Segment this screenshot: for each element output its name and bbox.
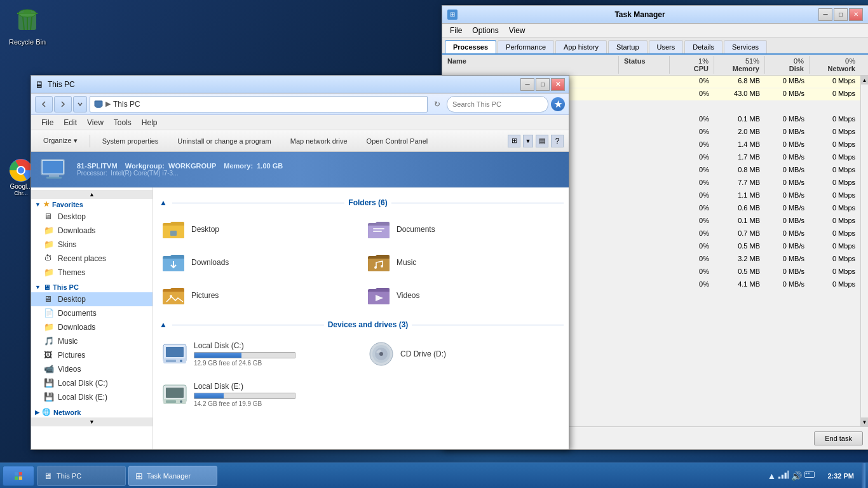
task-manager-maximize-btn[interactable]: □ xyxy=(834,8,848,21)
favorites-star: ★ xyxy=(43,200,50,208)
menu-edit[interactable]: Edit xyxy=(58,117,82,128)
music-icon: 🎵 xyxy=(44,336,54,346)
explorer-close-btn[interactable]: ✕ xyxy=(551,78,565,91)
sidebar-item-music[interactable]: 🎵 Music xyxy=(31,334,153,348)
computer-info-banner: 81-SPLITVM Workgroup: WORKGROUP Memory: … xyxy=(31,152,569,187)
tab-details[interactable]: Details xyxy=(684,40,722,53)
drives-collapse-btn[interactable]: ▲ xyxy=(158,320,168,330)
nav-back-btn[interactable] xyxy=(35,96,53,112)
organize-btn[interactable]: Organize ▾ xyxy=(36,134,85,147)
sidebar-item-downloads[interactable]: 📁 Downloads xyxy=(31,224,153,238)
menu-help[interactable]: Help xyxy=(137,117,163,128)
help-toolbar-btn[interactable]: ? xyxy=(551,135,564,147)
svg-rect-25 xyxy=(166,360,176,362)
taskbar-item-explorer[interactable]: 🖥 This PC xyxy=(37,466,126,486)
tab-users[interactable]: Users xyxy=(649,40,684,53)
sidebar-item-skins[interactable]: 📁 Skins xyxy=(31,238,153,252)
refresh-btn[interactable]: ↻ xyxy=(430,97,444,111)
sidebar-item-local-e[interactable]: 💾 Local Disk (E:) xyxy=(31,390,153,404)
tab-services[interactable]: Services xyxy=(724,40,767,53)
view-dropdown-btn[interactable]: ▼ xyxy=(523,135,533,147)
task-manager-close-btn[interactable]: ✕ xyxy=(849,8,863,21)
tm-cell-cpu: 0% xyxy=(670,254,714,266)
sidebar-scroll-up[interactable]: ▲ xyxy=(31,190,153,199)
task-manager-minimize-btn[interactable]: ─ xyxy=(818,8,832,21)
nav-buttons xyxy=(35,96,87,112)
sidebar-item-videos[interactable]: 📹 Videos xyxy=(31,362,153,376)
folders-collapse-btn[interactable]: ▲ xyxy=(158,198,168,208)
recycle-bin-icon[interactable]: Recycle Bin xyxy=(5,5,50,46)
sidebar-thispc-header[interactable]: ▼ 🖥 This PC xyxy=(31,282,153,292)
sidebar-item-themes[interactable]: 📁 Themes xyxy=(31,266,153,280)
folder-item-documents[interactable]: Documents xyxy=(363,215,564,243)
sidebar-item-recent[interactable]: ⏱ Recent places xyxy=(31,252,153,266)
folders-section-header: ▲ Folders (6) xyxy=(158,198,564,208)
scroll-down-btn[interactable]: ▼ xyxy=(861,417,868,426)
sidebar-item-thispc-downloads[interactable]: 📁 Downloads xyxy=(31,320,153,334)
tm-cell-disk: 0 MB/s xyxy=(765,88,810,100)
recycle-bin-label: Recycle Bin xyxy=(5,38,50,46)
folder-item-music[interactable]: Music xyxy=(363,248,564,276)
map-network-btn[interactable]: Map network drive xyxy=(283,135,355,147)
explorer-minimize-btn[interactable]: ─ xyxy=(520,78,534,91)
folder-item-downloads[interactable]: Downloads xyxy=(158,248,358,276)
sidebar-item-documents[interactable]: 📄 Documents xyxy=(31,306,153,320)
show-desktop-btn[interactable] xyxy=(862,463,865,489)
tm-cell-mem: 43.0 MB xyxy=(714,88,765,100)
end-task-button[interactable]: End task xyxy=(814,431,863,445)
svg-rect-7 xyxy=(95,100,102,106)
nav-dropdown-btn[interactable] xyxy=(73,96,87,112)
view-toggle-btn[interactable]: ⊞ xyxy=(508,135,520,147)
tm-scrollbar[interactable]: ▲ ▼ xyxy=(860,76,868,426)
tab-processes[interactable]: Processes xyxy=(445,40,496,53)
tm-menu-options[interactable]: Options xyxy=(467,25,503,36)
layout-btn[interactable]: ▤ xyxy=(536,135,548,147)
folder-item-pictures[interactable]: Pictures xyxy=(158,281,358,309)
folder-item-desktop[interactable]: Desktop xyxy=(158,215,358,243)
taskbar-item-taskmgr[interactable]: ⊞ Task Manager xyxy=(128,466,217,486)
task-manager-tabs: Processes Performance App history Startu… xyxy=(442,37,868,55)
sidebar-item-desktop[interactable]: 🖥 Desktop xyxy=(31,210,153,224)
address-bar[interactable]: ▶ This PC xyxy=(90,96,428,112)
explorer-maximize-btn[interactable]: □ xyxy=(536,78,550,91)
drive-item-c[interactable]: Local Disk (C:) 12.9 GB free of 24.6 GB xyxy=(158,337,357,370)
drive-e-icon xyxy=(161,381,189,409)
search-input[interactable] xyxy=(447,96,548,112)
tab-app-history[interactable]: App history xyxy=(555,40,607,53)
help-btn[interactable]: ★ xyxy=(551,97,565,111)
sidebar-favorites-header[interactable]: ▼ ★ Favorites xyxy=(31,199,153,210)
sidebar-item-thispc-desktop[interactable]: 🖥 Desktop xyxy=(31,292,153,306)
system-properties-btn[interactable]: System properties xyxy=(95,135,166,147)
drive-item-cd[interactable]: CD Drive (D:) xyxy=(365,337,564,370)
uninstall-btn[interactable]: Uninstall or change a program xyxy=(170,135,278,147)
folder-item-videos[interactable]: Videos xyxy=(363,281,564,309)
tm-cell-disk: 0 MB/s xyxy=(765,114,810,126)
sidebar-network-header[interactable]: ▶ 🌐 Network xyxy=(31,407,153,417)
tm-cell-cpu: 0% xyxy=(670,88,714,100)
svg-rect-40 xyxy=(778,477,780,478)
sidebar-scroll-down[interactable]: ▼ xyxy=(31,417,153,426)
sidebar-item-local-c[interactable]: 💾 Local Disk (C:) xyxy=(31,376,153,390)
tm-menu-file[interactable]: File xyxy=(445,25,467,36)
menu-tools[interactable]: Tools xyxy=(109,117,137,128)
taskbar-taskmgr-label: Task Manager xyxy=(147,472,191,480)
tm-cell-status xyxy=(619,203,670,215)
menu-view[interactable]: View xyxy=(82,117,109,128)
tab-startup[interactable]: Startup xyxy=(608,40,647,53)
col-status-header: Status xyxy=(619,56,670,74)
scroll-up-btn[interactable]: ▲ xyxy=(861,76,868,85)
tm-cell-cpu: 0% xyxy=(670,139,714,151)
control-panel-btn[interactable]: Open Control Panel xyxy=(360,135,435,147)
clock[interactable]: 2:32 PM xyxy=(822,472,859,480)
drive-item-e[interactable]: Local Disk (E:) 14.2 GB free of 19.9 GB xyxy=(158,378,357,411)
sidebar-item-pictures[interactable]: 🖼 Pictures xyxy=(31,348,153,362)
tm-menu-view[interactable]: View xyxy=(504,25,531,36)
nav-forward-btn[interactable] xyxy=(54,96,72,112)
tm-cell-disk: 0 MB/s xyxy=(765,76,810,88)
start-button[interactable] xyxy=(3,466,34,486)
menu-file[interactable]: File xyxy=(36,117,58,128)
folders-line-right xyxy=(391,203,564,203)
tab-performance[interactable]: Performance xyxy=(498,40,554,53)
explorer-titlebar: 🖥 This PC ─ □ ✕ xyxy=(31,76,569,93)
svg-point-29 xyxy=(379,352,383,356)
